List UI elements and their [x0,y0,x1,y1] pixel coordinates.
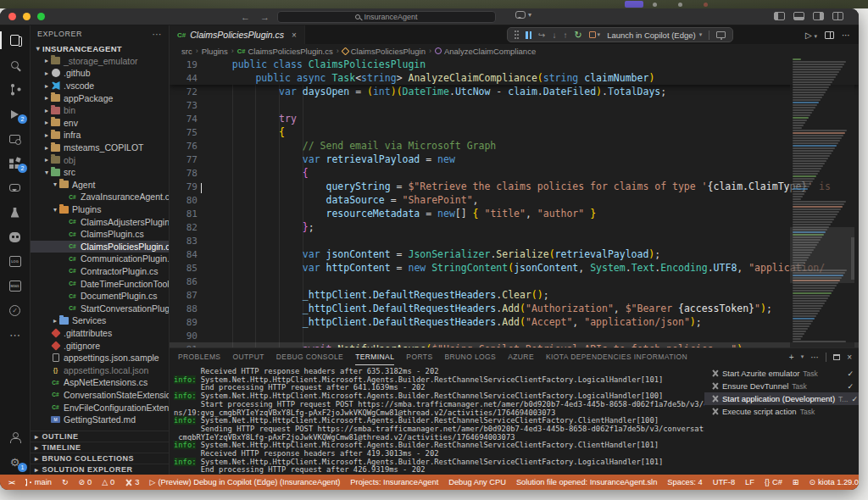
tree-item-obj[interactable]: ▸obj [31,153,169,166]
tree-item-env[interactable]: ▸env [31,117,169,130]
tree-item-documentplugin-cs[interactable]: C#DocumentPlugin.cs [31,290,169,303]
stop-icon[interactable] [589,31,596,38]
tree-item-plugins[interactable]: ▾Plugins [31,203,169,216]
close-panel-icon[interactable]: × [847,353,852,362]
code-lines[interactable]: 72 var daysOpen = (int)(DateTime.UtcNow … [170,85,859,347]
panel-more-icon[interactable]: ⋯ [810,353,819,362]
forward-icon[interactable]: → [260,12,270,22]
tree-item--github[interactable]: ▸.github [31,67,169,80]
tree-item-bin[interactable]: ▸bin [31,104,169,117]
activity-extensions[interactable]: 2 [0,151,30,175]
section-solution-explorer[interactable]: ▸SOLUTION EXPLORER [31,464,169,475]
screencast-icon[interactable] [716,31,726,38]
tree-item-appsettings-local-json[interactable]: {}appsettings.local.json [31,364,169,376]
status-item-grid[interactable]: ⊞ [793,478,799,486]
pause-icon[interactable] [526,31,531,39]
code-editor[interactable]: 19 public class ClaimsPoliciesPlugin44 p… [170,58,859,347]
launch-target-dropdown[interactable]: Launch in Copilot (Edge) ▾ [607,31,702,40]
tree-item-datetimefunctiontool-cs[interactable]: C#DateTimeFunctionTool.cs [31,277,169,290]
activity-task-check[interactable]: ✓ [0,298,30,323]
minimap[interactable] [790,58,854,347]
editor-scrollbar[interactable] [851,237,854,280]
terminal-output[interactable]: Received HTTP response headers after 635… [170,365,704,475]
tree-item-conversationstateextensions-[interactable]: C#ConversationStateExtensions... [31,389,169,402]
panel-tab-azure[interactable]: AZURE [508,348,534,365]
tree-item-src[interactable]: ▾src [31,166,169,179]
status-item-preview[interactable]: ▷(Preview) Debug in Copilot (Edge) (Insu… [149,478,340,486]
tree-item--vscode[interactable]: ▸.vscode [31,80,169,92]
status-item-lf[interactable]: LF [745,478,754,486]
toggle-panel-icon[interactable] [793,12,804,20]
panel-tab-kiota-dependencies-information[interactable]: KIOTA DEPENDENCIES INFORMATION [546,348,687,365]
panel-tab-problems[interactable]: PROBLEMS [178,348,220,365]
tree-item-contractorplugin-cs[interactable]: C#ContractorPlugin.cs [31,265,169,278]
activity-account[interactable] [0,425,30,450]
debug-toolbar-grip[interactable] [515,31,519,39]
step-into-icon[interactable]: ↓ [552,31,556,40]
split-editor-icon[interactable] [825,31,834,39]
breadcrumb-item[interactable]: Plugins [202,47,228,56]
status-item-main[interactable]: main [25,478,52,486]
tree-item--storage-emulator[interactable]: ▸_storage_emulator [31,55,169,68]
status-item-c#[interactable]: {}C# [765,478,782,486]
tree-item-apppackage[interactable]: ▸appPackage [31,92,169,104]
status-item-kiota[interactable]: ⊙kiota 1.29.0 [809,478,859,486]
panel-tab-output[interactable]: OUTPUT [232,348,264,365]
status-item-remote[interactable]: >< [8,479,14,486]
toggle-primary-sidebar-icon[interactable] [774,12,785,20]
activity-log-viewer[interactable]: LOG [0,249,30,274]
chevron-down-icon[interactable]: ▾ [801,353,804,360]
status-item-projects[interactable]: Projects: InsuranceAgent [350,478,438,486]
run-file-button[interactable]: ▷ ▾ [805,31,817,40]
tree-item-claimspoliciesplugin-cs[interactable]: C#ClaimsPoliciesPlugin.cs [31,241,169,253]
activity-settings[interactable]: ⚙1 [0,450,30,475]
step-out-icon[interactable]: ↑ [563,31,567,40]
new-terminal-icon[interactable]: + [789,353,794,362]
tab-claimspoliciesplugin[interactable]: C# ClaimsPoliciesPlugin.cs × [170,25,305,44]
tree-item-claimsplugin-cs[interactable]: C#ClaimsPlugin.cs [31,228,169,241]
status-item-0[interactable]: △0 [102,478,114,486]
status-item-utf-8[interactable]: UTF-8 [713,478,735,486]
section-timeline[interactable]: ▸TIMELINE [31,442,169,453]
status-item-spaces[interactable]: Spaces: 4 [667,478,702,486]
restart-icon[interactable]: ↻ [574,30,581,41]
copilot-menu-button[interactable]: ▾ [515,11,531,19]
command-center-search[interactable]: InsuranceAgent [277,11,496,23]
minimize-window-button[interactable] [23,13,31,20]
customize-layout-icon[interactable] [832,12,843,20]
tree-item--gitignore[interactable]: .gitignore [31,339,169,352]
activity-explorer[interactable] [0,28,30,53]
tree-item-communicationplugin-cs[interactable]: C#CommunicationPlugin.cs [31,253,169,265]
panel-tab-ports[interactable]: PORTS [406,348,432,365]
tree-item--gitattributes[interactable]: .gitattributes [31,327,169,340]
activity-chat[interactable] [0,175,30,200]
tree-item-msteams-copilot[interactable]: ▸msteams_COPILOT [31,142,169,154]
activity-testing[interactable] [0,200,30,225]
tree-item-gettingstarted-md[interactable]: MGettingStarted.md [31,414,169,426]
panel-tab-bruno-logs[interactable]: BRUNO LOGS [444,348,496,365]
close-tab-icon[interactable]: × [292,31,297,40]
editor-more-actions-icon[interactable]: ⋯ [842,31,850,40]
activity-remote-explorer[interactable] [0,126,30,151]
tree-item-claimsadjustersplugin-cs[interactable]: C#ClaimsAdjustersPlugin.cs [31,215,169,228]
tree-item-appsettings-json-sample[interactable]: appsettings.json.sample [31,352,169,364]
back-icon[interactable]: ← [241,12,250,22]
maximize-panel-icon[interactable] [833,354,840,360]
tree-item-zavainsuranceagent-cs[interactable]: C#ZavaInsuranceAgent.cs [31,191,169,203]
tree-item-insuranceagent[interactable]: ▾INSURANCEAGENT [31,42,169,55]
tree-item-startconversationplugin-cs[interactable]: C#StartConversationPlugin.cs [31,302,169,314]
activity-run-debug[interactable]: 2 [0,102,30,126]
task-execute-script-action[interactable]: Execute script actionTask [704,405,859,418]
explorer-more-actions-icon[interactable]: ⋯ [153,29,163,40]
panel-tab-debug-console[interactable]: DEBUG CONSOLE [276,348,343,365]
status-item-3[interactable]: 3 [125,478,139,486]
task-start-azurite-emulator[interactable]: Start Azurite emulatorTask✓ [704,367,859,380]
activity-more[interactable]: ⋯ [0,323,30,347]
chevron-down-icon[interactable]: ▾ [598,31,601,38]
activity-search[interactable] [0,53,30,77]
task-ensure-devtunnel[interactable]: Ensure DevTunnelTask✓ [704,380,859,392]
breadcrumb-item[interactable]: ClaimsPoliciesPlugin [342,47,426,56]
tree-item-services[interactable]: ▸Services [31,314,169,327]
breadcrumb-item[interactable]: AnalyzeClaimCompliance [435,47,536,56]
tree-item-infra[interactable]: ▸infra [31,129,169,142]
